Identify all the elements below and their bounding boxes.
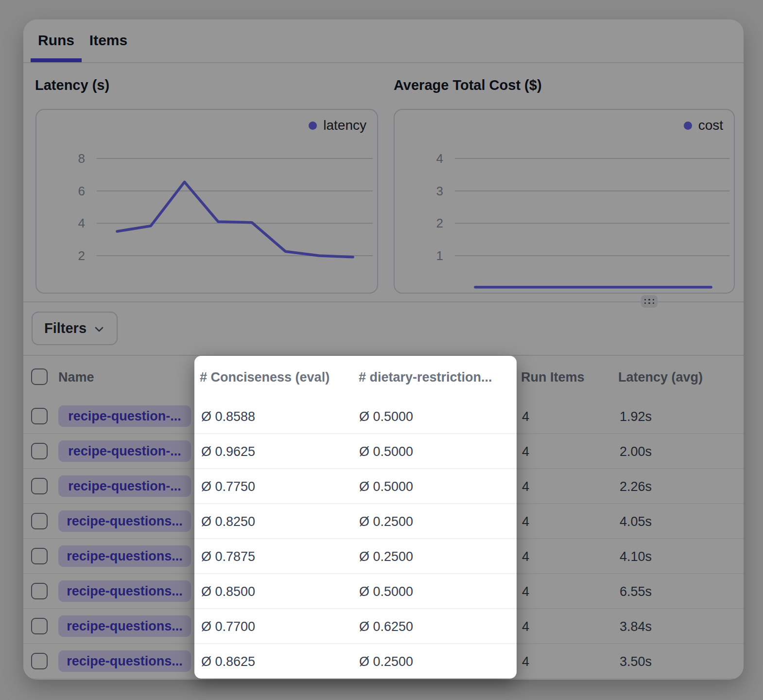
dietary-restriction-value: Ø 0.6250 <box>359 609 413 644</box>
drag-handle[interactable] <box>641 295 658 308</box>
tab-items-label: Items <box>89 32 127 49</box>
conciseness-value: Ø 0.8625 <box>201 644 255 679</box>
svg-text:2: 2 <box>436 216 443 230</box>
table-row[interactable]: recipe-questions... Ø 0.7700 Ø 0.6250 4 … <box>23 609 744 644</box>
cost-chart: 1234 cost <box>394 109 735 294</box>
latency-avg-value: 2.26s <box>620 469 652 504</box>
table-body: recipe-question-... Ø 0.8588 Ø 0.5000 4 … <box>23 399 744 679</box>
tab-items[interactable]: Items <box>90 19 127 61</box>
dietary-restriction-value: Ø 0.5000 <box>359 469 413 504</box>
select-all-checkbox[interactable] <box>31 368 48 385</box>
run-name-pill[interactable]: recipe-questions... <box>58 545 191 567</box>
svg-text:1: 1 <box>436 248 443 263</box>
latency-chart: 2468 latency <box>35 109 378 294</box>
conciseness-value: Ø 0.8588 <box>201 399 255 434</box>
run-items-value: 4 <box>522 609 529 644</box>
latency-avg-value: 4.10s <box>620 539 652 574</box>
row-checkbox[interactable] <box>31 583 48 599</box>
latency-legend: latency <box>309 118 366 133</box>
column-header-run-items: Run Items <box>521 356 585 399</box>
tab-runs[interactable]: Runs <box>31 19 82 61</box>
svg-text:6: 6 <box>78 184 85 198</box>
conciseness-value: Ø 0.8500 <box>201 574 255 609</box>
run-name-pill[interactable]: recipe-questions... <box>58 615 191 637</box>
tab-bar: Runs Items <box>23 19 744 63</box>
row-checkbox[interactable] <box>31 653 48 669</box>
filters-button-label: Filters <box>44 320 87 336</box>
table-row[interactable]: recipe-questions... Ø 0.8625 Ø 0.2500 4 … <box>23 644 744 679</box>
dietary-restriction-value: Ø 0.5000 <box>359 574 413 609</box>
column-header-conciseness: # Conciseness (eval) <box>200 356 329 399</box>
drag-dots-icon <box>644 299 654 304</box>
cost-line-chart: 1234 <box>395 110 734 293</box>
page: Runs Items Latency (s) Average Total Cos… <box>0 0 763 700</box>
chevron-down-icon <box>93 323 105 335</box>
latency-legend-label: latency <box>323 118 366 133</box>
svg-text:2: 2 <box>78 248 85 263</box>
latency-chart-title: Latency (s) <box>35 77 109 93</box>
cost-legend: cost <box>684 118 723 133</box>
run-name-pill[interactable]: recipe-questions... <box>58 510 191 532</box>
cost-legend-dot-icon <box>684 122 692 130</box>
run-items-value: 4 <box>522 574 529 609</box>
run-name-pill[interactable]: recipe-question-... <box>58 475 191 497</box>
latency-avg-value: 4.05s <box>620 504 652 539</box>
row-checkbox[interactable] <box>31 408 48 424</box>
run-name-pill[interactable]: recipe-questions... <box>58 580 191 602</box>
dietary-restriction-value: Ø 0.2500 <box>359 504 413 539</box>
table-row[interactable]: recipe-question-... Ø 0.7750 Ø 0.5000 4 … <box>23 469 744 504</box>
svg-text:8: 8 <box>78 151 85 166</box>
run-items-value: 4 <box>522 469 529 504</box>
conciseness-value: Ø 0.7750 <box>201 469 255 504</box>
run-name-pill[interactable]: recipe-question-... <box>58 440 191 462</box>
latency-legend-dot-icon <box>309 122 317 130</box>
table-row[interactable]: recipe-questions... Ø 0.8500 Ø 0.5000 4 … <box>23 574 744 609</box>
table-row[interactable]: recipe-questions... Ø 0.7875 Ø 0.2500 4 … <box>23 539 744 574</box>
active-tab-underline <box>31 58 82 62</box>
run-items-value: 4 <box>522 434 529 469</box>
latency-avg-value: 6.55s <box>620 574 652 609</box>
conciseness-value: Ø 0.7875 <box>201 539 255 574</box>
conciseness-value: Ø 0.9625 <box>201 434 255 469</box>
table-row[interactable]: recipe-question-... Ø 0.9625 Ø 0.5000 4 … <box>23 434 744 469</box>
dietary-restriction-value: Ø 0.5000 <box>359 399 413 434</box>
evals-panel: Runs Items Latency (s) Average Total Cos… <box>23 19 744 680</box>
tab-runs-label: Runs <box>38 32 74 49</box>
run-items-value: 4 <box>522 539 529 574</box>
latency-avg-value: 3.50s <box>620 644 652 679</box>
svg-text:3: 3 <box>436 184 443 198</box>
dietary-restriction-value: Ø 0.2500 <box>359 644 413 679</box>
run-items-value: 4 <box>522 504 529 539</box>
row-checkbox[interactable] <box>31 618 48 634</box>
svg-text:4: 4 <box>436 151 443 166</box>
run-items-value: 4 <box>522 399 529 434</box>
column-header-dietary-restriction: # dietary-restriction... <box>359 356 492 399</box>
table-header: Name # Conciseness (eval) # dietary-rest… <box>23 356 744 400</box>
dietary-restriction-value: Ø 0.2500 <box>359 539 413 574</box>
run-name-pill[interactable]: recipe-question-... <box>58 405 191 427</box>
row-checkbox[interactable] <box>31 513 48 529</box>
row-checkbox[interactable] <box>31 478 48 494</box>
table-row[interactable]: recipe-questions... Ø 0.8250 Ø 0.2500 4 … <box>23 504 744 539</box>
conciseness-value: Ø 0.7700 <box>201 609 255 644</box>
section-divider <box>23 301 744 302</box>
row-checkbox[interactable] <box>31 443 48 459</box>
latency-avg-value: 2.00s <box>620 434 652 469</box>
row-checkbox[interactable] <box>31 548 48 564</box>
cost-legend-label: cost <box>698 118 723 133</box>
table-row[interactable]: recipe-question-... Ø 0.8588 Ø 0.5000 4 … <box>23 399 744 434</box>
runs-table: Name # Conciseness (eval) # dietary-rest… <box>23 355 744 680</box>
conciseness-value: Ø 0.8250 <box>201 504 255 539</box>
latency-avg-value: 1.92s <box>620 399 652 434</box>
run-items-value: 4 <box>522 644 529 679</box>
svg-text:4: 4 <box>78 216 85 230</box>
run-name-pill[interactable]: recipe-questions... <box>58 650 191 672</box>
latency-line-chart: 2468 <box>36 110 377 293</box>
dietary-restriction-value: Ø 0.5000 <box>359 434 413 469</box>
column-header-latency-avg: Latency (avg) <box>618 356 703 399</box>
cost-chart-title: Average Total Cost ($) <box>394 77 542 93</box>
latency-avg-value: 3.84s <box>620 609 652 644</box>
column-header-name: Name <box>58 356 94 399</box>
filters-button[interactable]: Filters <box>32 312 118 345</box>
